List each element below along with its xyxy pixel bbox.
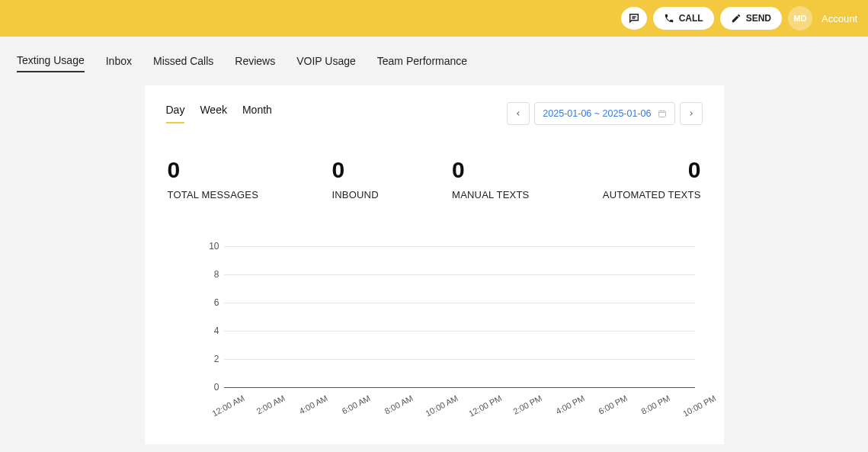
- calendar-icon: [658, 109, 667, 118]
- chart-ytick: 4: [204, 325, 219, 336]
- stat-manual-texts: 0MANUAL TEXTS: [452, 159, 529, 200]
- chart-ytick: 2: [204, 354, 219, 364]
- main-tabs: Texting UsageInboxMissed CallsReviewsVOI…: [0, 37, 868, 85]
- stat-value: 0: [332, 159, 378, 181]
- chart-plot-area: 024681012:00 AM2:00 AM4:00 AM6:00 AM8:00…: [224, 246, 695, 387]
- chart-xtick: 2:00 PM: [511, 393, 543, 416]
- date-range-button[interactable]: 2025-01-06 ~ 2025-01-06: [534, 102, 674, 125]
- chart-xticks: 12:00 AM2:00 AM4:00 AM6:00 AM8:00 AM10:0…: [224, 387, 695, 418]
- chart-xtick: 6:00 AM: [341, 393, 372, 416]
- range-tab-day[interactable]: Day: [166, 104, 185, 123]
- chart-gridline: [224, 246, 695, 247]
- stat-value: 0: [452, 159, 529, 181]
- chevron-right-icon: [687, 110, 695, 117]
- range-tabs: DayWeekMonth: [166, 104, 272, 123]
- range-tab-month[interactable]: Month: [242, 104, 272, 123]
- stat-total-messages: 0TOTAL MESSAGES: [168, 159, 259, 200]
- stats-row: 0TOTAL MESSAGES0INBOUND0MANUAL TEXTS0AUT…: [166, 159, 703, 200]
- stat-automated-texts: 0AUTOMATED TEXTS: [603, 159, 701, 200]
- call-button[interactable]: CALL: [653, 7, 714, 30]
- chart: 024681012:00 AM2:00 AM4:00 AM6:00 AM8:00…: [166, 246, 703, 422]
- chart-xtick: 4:00 AM: [297, 393, 328, 416]
- chart-xtick: 12:00 PM: [467, 393, 503, 418]
- chart-xtick: 8:00 PM: [640, 393, 672, 416]
- tab-reviews[interactable]: Reviews: [235, 50, 275, 72]
- chart-ytick: 8: [204, 269, 219, 280]
- tab-inbox[interactable]: Inbox: [106, 50, 132, 72]
- chart-gridline: [224, 331, 695, 332]
- stat-label: MANUAL TEXTS: [452, 189, 529, 200]
- next-date-button[interactable]: [680, 102, 703, 125]
- prev-date-button[interactable]: [507, 102, 530, 125]
- range-tab-week[interactable]: Week: [200, 104, 227, 123]
- main-panel: DayWeekMonth 2025-01-06 ~ 2025-01-06 0TO…: [145, 85, 724, 444]
- messages-button[interactable]: [621, 7, 647, 30]
- chat-icon: [628, 12, 640, 24]
- top-bar: CALL SEND MD Account: [0, 0, 868, 37]
- date-range-label: 2025-01-06 ~ 2025-01-06: [543, 108, 651, 119]
- stat-label: TOTAL MESSAGES: [168, 189, 259, 200]
- account-menu[interactable]: Account: [822, 13, 857, 24]
- chart-ytick: 6: [204, 297, 219, 308]
- chart-ytick: 0: [204, 382, 219, 393]
- chevron-left-icon: [514, 110, 522, 117]
- send-button-label: SEND: [746, 13, 771, 24]
- stat-inbound: 0INBOUND: [332, 159, 378, 200]
- chart-ytick: 10: [204, 241, 219, 252]
- call-button-label: CALL: [679, 13, 703, 24]
- tab-team-performance[interactable]: Team Performance: [377, 50, 467, 72]
- chart-xtick: 10:00 PM: [681, 393, 716, 418]
- tab-missed-calls[interactable]: Missed Calls: [153, 50, 213, 72]
- stat-label: AUTOMATED TEXTS: [603, 189, 701, 200]
- chart-xtick: 6:00 PM: [597, 393, 629, 416]
- send-button[interactable]: SEND: [720, 7, 782, 30]
- chart-xtick: 4:00 PM: [554, 393, 586, 416]
- chart-xtick: 10:00 AM: [424, 393, 460, 418]
- stat-value: 0: [168, 159, 259, 181]
- chart-xtick: 2:00 AM: [255, 393, 286, 416]
- stat-value: 0: [603, 159, 701, 181]
- phone-icon: [664, 13, 674, 24]
- pencil-icon: [731, 13, 741, 24]
- date-controls: 2025-01-06 ~ 2025-01-06: [507, 102, 702, 125]
- tab-voip-usage[interactable]: VOIP Usage: [296, 50, 356, 72]
- chart-gridline: [224, 303, 695, 303]
- chart-gridline: [224, 274, 695, 275]
- chart-xtick: 12:00 AM: [210, 393, 246, 418]
- avatar[interactable]: MD: [788, 6, 812, 30]
- chart-xtick: 8:00 AM: [383, 393, 415, 416]
- chart-gridline: [224, 359, 695, 360]
- tab-texting-usage[interactable]: Texting Usage: [17, 50, 85, 72]
- svg-rect-2: [658, 111, 665, 117]
- panel-top: DayWeekMonth 2025-01-06 ~ 2025-01-06: [166, 102, 703, 125]
- stat-label: INBOUND: [332, 189, 378, 200]
